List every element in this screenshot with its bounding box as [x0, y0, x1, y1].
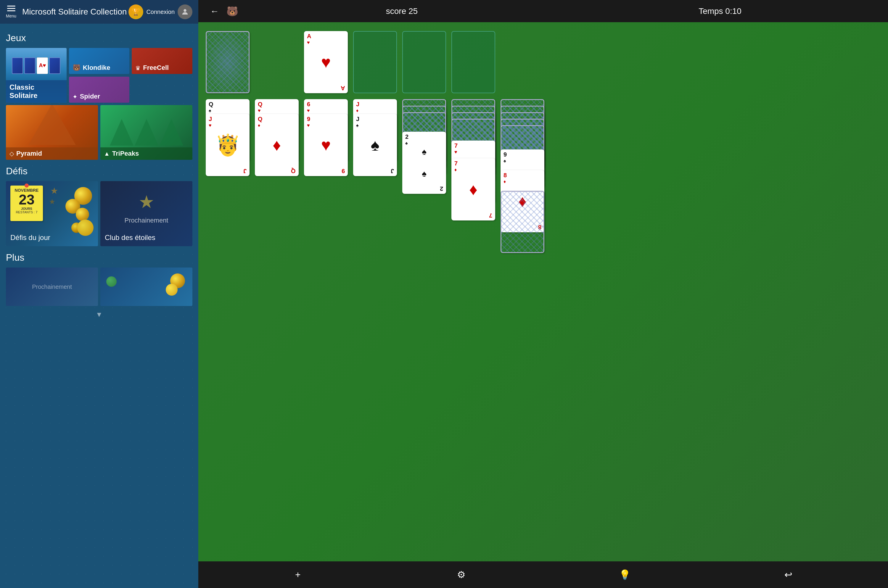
foundation-1[interactable]: A ♥ ♥ A	[304, 31, 348, 93]
svg-point-0	[183, 9, 186, 12]
game-header: ← 🐻 score 25 Temps 0:10	[198, 0, 888, 22]
plus-tile-1-label: Prochainement	[32, 284, 72, 290]
game-tile-pyramid[interactable]: ◇ Pyramid	[6, 105, 98, 160]
klondike-icon: 🐻	[72, 64, 81, 72]
star-decoration: ★	[138, 192, 154, 212]
freecell-label: FreeCell	[143, 64, 169, 72]
plus-tile-1[interactable]: Prochainement	[6, 267, 98, 306]
peak3	[159, 119, 183, 146]
mini-card-face: A♥	[37, 57, 48, 74]
right-panel: ← 🐻 score 25 Temps 0:10 A ♥ ♥ A	[198, 0, 888, 588]
timer-display: Temps 0:10	[561, 6, 879, 16]
mini-card-back3	[49, 57, 60, 74]
mini-card-back2	[24, 57, 36, 74]
defi-tile-etoiles[interactable]: ★ Prochainement Club des étoiles	[100, 181, 192, 246]
scroll-indicator: ▼	[6, 309, 192, 320]
peak1	[110, 119, 134, 146]
plus-tile-2[interactable]	[100, 267, 192, 306]
ace-rank-top: A	[307, 33, 311, 39]
settings-button[interactable]: ⚙	[453, 566, 470, 584]
spider-label: Spider	[80, 93, 100, 100]
classic-tile-label: Classic Solitaire	[6, 80, 67, 103]
pyramid-shape	[28, 105, 76, 145]
foundation-2[interactable]	[353, 31, 397, 93]
tableau: Q ♠ 👸 Q J ♥ 🤴 J Q ♥ 👸	[206, 99, 880, 232]
hint-icon: 💡	[619, 569, 631, 580]
deck-pattern	[207, 32, 249, 92]
nine-hearts-center: ♥	[304, 114, 347, 176]
game-top-row: A ♥ ♥ A	[206, 31, 880, 93]
tableau-col-1: Q ♠ 👸 Q J ♥ 🤴 J	[206, 99, 249, 232]
game-tile-freecell[interactable]: ♛ FreeCell	[132, 48, 192, 74]
queen-diamonds-center: ♦	[255, 114, 298, 176]
defi-tile-jour[interactable]: ★ ★ NOVEMBRE 23 JOURS RESTANTS : 7 Défis…	[6, 181, 98, 246]
freecell-icon: ♛	[135, 64, 141, 72]
add-button[interactable]: +	[289, 566, 307, 584]
card-queen-diamonds[interactable]: Q ♦ ♦ Q	[255, 114, 298, 176]
game-tile-classic[interactable]: A♥ Classic Solitaire	[6, 48, 67, 103]
deck-back-pattern	[207, 32, 249, 92]
game-tile-spider[interactable]: ✦ Spider	[69, 76, 130, 103]
back-button[interactable]: ←	[207, 4, 222, 19]
coin5	[77, 220, 93, 236]
tableau-col-6: 7 ♥ ♥ 7 7 ♦ ♦ 7	[452, 99, 495, 232]
col7-back-pattern-bottom	[501, 192, 543, 252]
card-jack-spades[interactable]: J ♠ ♠ J	[353, 114, 397, 176]
game-tile-tripeaks[interactable]: ▲ TriPeaks	[100, 105, 192, 160]
connexion-area[interactable]: 🏆 Connexion	[129, 4, 192, 19]
tableau-col-7: 9 ♠ ♠ 9 8 ♦ ♦ 8	[501, 99, 544, 232]
ace-rank-bottom: A	[341, 85, 345, 91]
menu-button[interactable]: Menu	[6, 6, 16, 18]
card-9-hearts[interactable]: 9 ♥ ♥ 9	[304, 114, 348, 176]
user-avatar[interactable]	[178, 4, 192, 19]
plus-title: Plus	[6, 252, 192, 263]
seven-diamonds-center: ♦	[452, 159, 495, 220]
col7-back-bottom[interactable]	[501, 191, 544, 253]
defis-grid: ★ ★ NOVEMBRE 23 JOURS RESTANTS : 7 Défis…	[6, 181, 192, 246]
pyramid-icon: ◇	[9, 150, 14, 157]
tableau-col-4: J ♦ 🤴 J J ♠ ♠ J	[353, 99, 397, 232]
tripeaks-label: TriPeaks	[112, 150, 139, 158]
game-footer: + ⚙ 💡 ↩	[198, 561, 888, 588]
calendar-pin	[25, 183, 29, 188]
foundation-3[interactable]	[402, 31, 446, 93]
bear-icon: 🐻	[225, 4, 240, 18]
tripeaks-icon: ▲	[104, 150, 110, 157]
spider-icon: ✦	[72, 93, 78, 100]
jack-spades-center: ♠	[354, 114, 396, 176]
game-area: A ♥ ♥ A Q ♠ 👸 Q	[198, 22, 888, 561]
foundation-4[interactable]	[452, 31, 495, 93]
star-badge1: ★	[50, 186, 58, 196]
tableau-col-3: 6 ♥ ♥ 6 9 ♥ ♥ 9	[304, 99, 348, 232]
pyramid-label: Pyramid	[16, 150, 42, 158]
tableau-col-2: Q ♥ 👸 Q Q ♦ ♦ Q	[255, 99, 298, 232]
defi-jour-label: Défis du jour	[10, 234, 50, 242]
app-title: Microsoft Solitaire Collection	[22, 7, 129, 16]
back-arrow-icon: ←	[210, 6, 219, 16]
undo-button[interactable]: ↩	[780, 566, 797, 584]
left-panel: Menu Microsoft Solitaire Collection 🏆 Co…	[0, 0, 198, 588]
defi-etoiles-label: Club des étoiles	[105, 234, 155, 242]
deck-pile[interactable]	[206, 31, 249, 93]
add-icon: +	[295, 569, 301, 580]
plus-coin2	[166, 284, 178, 296]
left-content: Jeux A♥ Classic Solitaire	[0, 24, 198, 588]
card-jack-hearts[interactable]: J ♥ 🤴 J	[206, 114, 249, 176]
undo-icon: ↩	[784, 569, 792, 580]
settings-icon: ⚙	[457, 569, 466, 580]
cal-restants: RESTANTS : 7	[13, 210, 40, 214]
prochainement-text: Prochainement	[124, 217, 168, 224]
jack-hearts-figure: 🤴	[206, 114, 249, 176]
game-tile-klondike[interactable]: 🐻 Klondike	[69, 48, 130, 74]
cal-jours: JOURS	[13, 207, 40, 210]
defis-title: Défis	[6, 166, 192, 177]
card-7-diamonds[interactable]: 7 ♦ ♦ 7	[452, 158, 495, 220]
menu-label: Menu	[6, 14, 16, 18]
coin3	[76, 208, 89, 221]
card-2-spades[interactable]: 2 ♠ ♠♠ 2	[402, 132, 446, 194]
ace-suit-top: ♥	[307, 40, 310, 45]
mini-card-back	[12, 57, 23, 74]
two-spades-center: ♠♠	[403, 132, 446, 193]
hint-button[interactable]: 💡	[616, 566, 634, 584]
cal-day: 23	[13, 193, 40, 207]
